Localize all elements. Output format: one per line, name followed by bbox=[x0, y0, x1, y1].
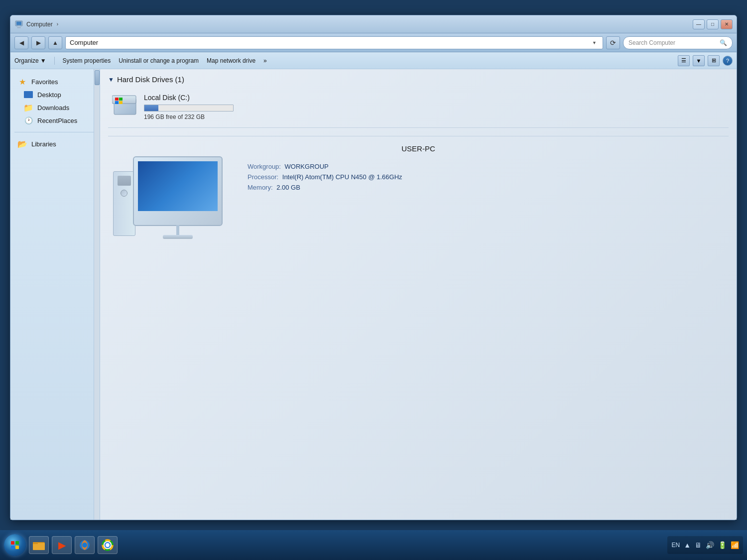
sidebar-item-favorites[interactable]: ★ Favorites bbox=[14, 75, 96, 88]
forward-button[interactable]: ▶ bbox=[31, 36, 45, 49]
hard-disk-section-header: ▼ Hard Disk Drives (1) bbox=[108, 75, 729, 84]
battery-icon[interactable]: 🔋 bbox=[718, 541, 727, 549]
libraries-label: Libraries bbox=[31, 140, 56, 148]
view-tiles-button[interactable]: ⊞ bbox=[708, 55, 720, 66]
toolbar-right: ☰ ▼ ⊞ ? bbox=[678, 55, 733, 66]
sidebar-item-libraries[interactable]: 📂 Libraries bbox=[14, 137, 96, 150]
svg-rect-17 bbox=[33, 542, 38, 544]
desktop-label: Desktop bbox=[37, 91, 61, 99]
address-path: Computer › bbox=[26, 21, 693, 28]
processor-label: Processor: bbox=[248, 173, 278, 181]
workgroup-row: Workgroup: WORKGROUP bbox=[248, 163, 729, 170]
libraries-icon: 📂 bbox=[17, 139, 27, 148]
disk-drive-icon bbox=[112, 94, 138, 115]
section-collapse-arrow[interactable]: ▼ bbox=[108, 76, 114, 83]
search-icon: 🔍 bbox=[720, 39, 727, 46]
taskbar-media-item[interactable]: ▶ bbox=[52, 536, 72, 554]
libraries-section: 📂 Libraries bbox=[10, 135, 100, 152]
taskbar: ▶ EN ▲ 🖥 � bbox=[0, 530, 747, 560]
map-network-label: Map network drive bbox=[207, 57, 255, 64]
more-button[interactable]: » bbox=[263, 57, 267, 64]
svg-rect-1 bbox=[16, 21, 21, 25]
taskbar-firefox-item[interactable] bbox=[75, 536, 95, 554]
svg-rect-8 bbox=[115, 101, 119, 104]
tower-detail bbox=[118, 176, 131, 186]
show-hidden-icon[interactable]: ▲ bbox=[684, 541, 691, 549]
svg-point-25 bbox=[106, 543, 110, 547]
close-button[interactable]: ✕ bbox=[721, 19, 733, 29]
disk-bar-fill bbox=[144, 105, 158, 111]
workgroup-value: WORKGROUP bbox=[285, 163, 329, 170]
uninstall-button[interactable]: Uninstall or change a program bbox=[119, 57, 199, 64]
memory-value: 2.00 GB bbox=[276, 184, 300, 191]
signal-icon[interactable]: 📶 bbox=[731, 541, 739, 549]
svg-point-19 bbox=[82, 543, 87, 548]
path-computer: Computer bbox=[26, 21, 53, 28]
search-placeholder: Search Computer bbox=[628, 39, 675, 46]
computer-specs: Workgroup: WORKGROUP Processor: Intel(R)… bbox=[248, 163, 729, 191]
scrollbar-thumb[interactable] bbox=[95, 70, 100, 85]
content-pane: ▼ Hard Disk Drives (1) bbox=[100, 69, 737, 520]
svg-rect-14 bbox=[15, 546, 19, 549]
window-controls: — □ ✕ bbox=[693, 19, 733, 29]
monitor-icon bbox=[133, 156, 223, 226]
organize-arrow: ▼ bbox=[40, 57, 46, 64]
svg-rect-13 bbox=[11, 546, 14, 549]
back-button[interactable]: ◀ bbox=[14, 36, 28, 49]
chrome-icon bbox=[101, 539, 114, 552]
svg-rect-6 bbox=[115, 98, 119, 101]
view-dropdown-button[interactable]: ▼ bbox=[693, 55, 705, 66]
explorer-window: Computer › — □ ✕ ◀ ▶ ▲ Computer ▼ ⟳ Sear… bbox=[10, 15, 737, 520]
sidebar-item-downloads[interactable]: 📁 Downloads bbox=[14, 101, 96, 114]
toolbar-sep-1 bbox=[54, 57, 55, 65]
memory-row: Memory: 2.00 GB bbox=[248, 184, 729, 191]
system-properties-button[interactable]: System properties bbox=[63, 57, 111, 64]
volume-icon[interactable]: 🔊 bbox=[706, 541, 714, 549]
svg-rect-3 bbox=[17, 27, 21, 28]
local-disk-item[interactable]: Local Disk (C:) 196 GB free of 232 GB bbox=[108, 91, 729, 123]
address-field[interactable]: Computer ▼ bbox=[65, 36, 603, 49]
recent-places-icon: 🕐 bbox=[23, 116, 33, 125]
search-box[interactable]: Search Computer 🔍 bbox=[623, 36, 733, 49]
address-text: Computer bbox=[70, 39, 98, 46]
media-player-icon: ▶ bbox=[55, 539, 68, 552]
address-dropdown-arrow[interactable]: ▼ bbox=[592, 40, 597, 45]
sidebar-item-desktop[interactable]: Desktop bbox=[14, 88, 96, 101]
network-icon[interactable]: 🖥 bbox=[695, 541, 702, 549]
path-separator: › bbox=[57, 21, 58, 27]
title-bar: Computer › — □ ✕ bbox=[10, 15, 737, 33]
tower-icon bbox=[113, 171, 135, 236]
organize-button[interactable]: Organize ▼ bbox=[14, 57, 46, 64]
up-button[interactable]: ▲ bbox=[48, 36, 62, 49]
language-indicator: EN bbox=[671, 542, 680, 549]
folder-taskbar-icon bbox=[32, 539, 45, 552]
sidebar-item-recent[interactable]: 🕐 RecentPlaces bbox=[14, 114, 96, 127]
downloads-label: Downloads bbox=[37, 104, 69, 112]
taskbar-folder-item[interactable] bbox=[29, 536, 49, 554]
favorites-label: Favorites bbox=[31, 78, 58, 86]
address-bar: ◀ ▶ ▲ Computer ▼ ⟳ Search Computer 🔍 bbox=[10, 33, 737, 52]
system-properties-label: System properties bbox=[63, 57, 111, 64]
sidebar-divider bbox=[14, 132, 96, 132]
firefox-icon bbox=[78, 539, 91, 552]
favorites-section: ★ Favorites Desktop 📁 Downloads 🕐 Recent… bbox=[10, 73, 100, 129]
refresh-button[interactable]: ⟳ bbox=[606, 36, 620, 49]
maximize-button[interactable]: □ bbox=[707, 19, 719, 29]
start-orb[interactable] bbox=[4, 534, 26, 556]
organize-label: Organize bbox=[14, 57, 39, 64]
monitor-stand bbox=[176, 225, 179, 235]
uninstall-label: Uninstall or change a program bbox=[119, 57, 199, 64]
svg-rect-11 bbox=[11, 541, 14, 545]
disk-usage-bar bbox=[144, 105, 234, 112]
help-button[interactable]: ? bbox=[723, 56, 733, 66]
map-network-button[interactable]: Map network drive bbox=[207, 57, 255, 64]
computer-info-section: USER-PC bbox=[108, 136, 729, 191]
processor-value: Intel(R) Atom(TM) CPU N450 @ 1.66GHz bbox=[282, 173, 402, 181]
taskbar-chrome-item[interactable] bbox=[98, 536, 118, 554]
system-tray: EN ▲ 🖥 🔊 🔋 📶 bbox=[667, 536, 743, 554]
view-details-button[interactable]: ☰ bbox=[678, 55, 690, 66]
svg-rect-16 bbox=[33, 543, 45, 550]
minimize-button[interactable]: — bbox=[693, 19, 705, 29]
window-icon bbox=[14, 20, 23, 29]
sidebar-scrollbar[interactable] bbox=[94, 69, 100, 520]
